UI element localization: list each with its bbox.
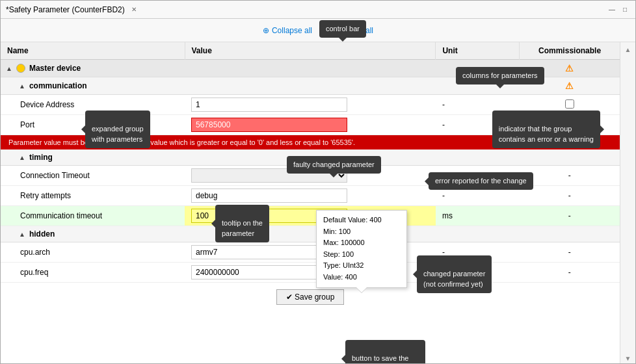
- collapse-triangle-timing[interactable]: ▲: [19, 154, 25, 161]
- param-row-comm-timeout: Communication timeout ms -: [1, 206, 620, 226]
- master-device-indicator: [16, 64, 25, 73]
- title-text: *Safety Parameter (CounterFBD2): [6, 5, 125, 14]
- collapse-all-button[interactable]: ⊕ Collapse all: [263, 26, 312, 35]
- group-row-master-device[interactable]: ▲ Master device ⚠: [1, 60, 620, 77]
- col-comm-header: Commissionable: [520, 42, 620, 60]
- connection-timeout-comm: -: [520, 166, 620, 186]
- tooltip-value: Value: 400: [323, 272, 400, 283]
- device-address-value-cell: [185, 95, 436, 115]
- communication-label: communication: [29, 81, 87, 90]
- param-row-retry-attempts: Retry attempts - -: [1, 186, 620, 206]
- device-address-comm: [520, 95, 620, 115]
- save-group-button[interactable]: ✔ Save group: [276, 289, 345, 305]
- port-input[interactable]: [191, 118, 347, 132]
- window-controls: — □: [607, 5, 630, 15]
- error-banner-row: Parameter value must be a number (UInt16…: [1, 135, 620, 150]
- tooltip-min: Min: 100: [323, 226, 400, 238]
- connection-timeout-unit: -: [436, 166, 520, 186]
- error-text: Parameter value must be a number (UInt16…: [8, 138, 355, 146]
- save-group-label: ✔ Save group: [286, 292, 335, 302]
- timing-label: timing: [29, 153, 53, 162]
- table-header: Name Value Unit Commissionable: [1, 42, 620, 60]
- param-table: Name Value Unit Commissionable ▲ Ma: [1, 42, 620, 311]
- main-content: Name Value Unit Commissionable ▲ Ma: [1, 42, 635, 363]
- comm-timeout-name: Communication timeout: [1, 206, 185, 226]
- callout-save-btn: button to save the changes in the group: [345, 340, 425, 363]
- comm-timeout-unit: ms: [436, 206, 520, 226]
- port-checkbox[interactable]: [565, 120, 574, 129]
- device-address-input[interactable]: [191, 98, 347, 112]
- cpu-freq-unit: hz: [436, 263, 520, 283]
- col-unit-header: Unit: [436, 42, 520, 60]
- warning-icon: ⚠: [565, 63, 574, 73]
- connection-timeout-value-cell: [185, 166, 436, 186]
- minimize-button[interactable]: —: [607, 5, 617, 15]
- tooltip-default: Default Value: 400: [323, 214, 400, 226]
- group-row-communication[interactable]: ▲ communication ⚠: [1, 77, 620, 95]
- collapse-triangle-comm[interactable]: ▲: [19, 83, 25, 90]
- collapse-icon: ⊕: [263, 26, 269, 35]
- save-button-row: ✔ Save group: [1, 283, 620, 312]
- port-name: Port: [1, 115, 185, 135]
- collapse-triangle-master[interactable]: ▲: [6, 65, 12, 72]
- cpu-freq-name: cpu.freq: [1, 263, 185, 283]
- group-row-hidden[interactable]: ▲ hidden: [1, 226, 620, 242]
- scroll-up-arrow[interactable]: ▲: [624, 45, 633, 55]
- param-row-cpu-freq: cpu.freq hz -: [1, 263, 620, 283]
- collapse-triangle-hidden[interactable]: ▲: [19, 231, 25, 238]
- col-name-header: Name: [1, 42, 185, 60]
- title-bar: *Safety Parameter (CounterFBD2) ✕ — □: [1, 1, 635, 19]
- retry-attempts-comm: -: [520, 186, 620, 206]
- retry-attempts-input[interactable]: [191, 188, 347, 203]
- param-row-connection-timeout: Connection Timeout - -: [1, 166, 620, 186]
- toolbar: ⊕ Collapse all ⊕ Expand all control bar: [1, 19, 635, 42]
- connection-timeout-name: Connection Timeout: [1, 166, 185, 186]
- tooltip-step: Step: 100: [323, 249, 400, 261]
- port-value-cell: [185, 115, 436, 135]
- maximize-button[interactable]: □: [620, 5, 630, 15]
- main-window: *Safety Parameter (CounterFBD2) ✕ — □ ⊕ …: [0, 0, 636, 364]
- cpu-freq-comm: -: [520, 263, 620, 283]
- retry-attempts-name: Retry attempts: [1, 186, 185, 206]
- comm-warning-icon: ⚠: [565, 81, 574, 91]
- col-value-header: Value: [185, 42, 436, 60]
- cpu-arch-unit: -: [436, 242, 520, 263]
- device-address-checkbox[interactable]: [565, 99, 574, 109]
- right-sidebar: ▲ ▼: [620, 42, 635, 363]
- cpu-arch-comm: -: [520, 242, 620, 263]
- param-row-device-address: Device Address -: [1, 95, 620, 115]
- retry-attempts-value-cell: [185, 186, 436, 206]
- master-device-comm-cell: ⚠: [520, 60, 620, 77]
- param-row-cpu-arch: cpu.arch - -: [1, 242, 620, 263]
- master-device-label: Master device: [29, 64, 81, 73]
- param-row-port: Port -: [1, 115, 620, 135]
- expand-all-button[interactable]: ⊕ Expand all: [328, 26, 373, 35]
- expand-icon: ⊕: [328, 26, 334, 35]
- hidden-label: hidden: [29, 229, 55, 239]
- port-comm: [520, 115, 620, 135]
- title-bar-title: *Safety Parameter (CounterFBD2) ✕: [6, 5, 607, 14]
- cpu-arch-name: cpu.arch: [1, 242, 185, 263]
- device-address-unit: -: [436, 95, 520, 115]
- retry-attempts-unit: -: [436, 186, 520, 206]
- param-tooltip-popup: Default Value: 400 Min: 100 Max: 100000 …: [316, 210, 407, 288]
- port-unit: -: [436, 115, 520, 135]
- comm-timeout-comm: -: [520, 206, 620, 226]
- tooltip-type: Type: UInt32: [323, 260, 400, 272]
- param-panel: Name Value Unit Commissionable ▲ Ma: [1, 42, 620, 363]
- expand-all-label: Expand all: [337, 26, 373, 35]
- group-row-timing[interactable]: ▲ timing: [1, 150, 620, 166]
- scroll-down-arrow[interactable]: ▼: [624, 354, 633, 363]
- collapse-all-label: Collapse all: [272, 26, 312, 35]
- close-tab-button[interactable]: ✕: [131, 6, 137, 13]
- tooltip-max: Max: 100000: [323, 237, 400, 249]
- error-banner: Parameter value must be a number (UInt16…: [1, 135, 620, 150]
- connection-timeout-select[interactable]: [191, 168, 347, 183]
- device-address-name: Device Address: [1, 95, 185, 115]
- comm-group-comm-cell: ⚠: [520, 77, 620, 95]
